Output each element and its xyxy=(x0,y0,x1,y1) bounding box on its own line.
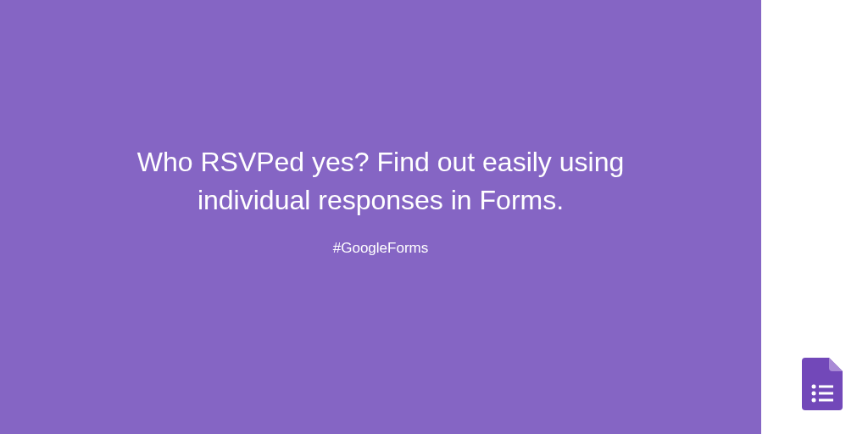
promo-panel: Who RSVPed yes? Find out easily using in… xyxy=(0,0,761,434)
google-forms-icon xyxy=(802,358,843,410)
svg-rect-5 xyxy=(819,399,833,402)
svg-point-2 xyxy=(812,392,816,396)
svg-point-4 xyxy=(812,398,816,403)
side-panel xyxy=(761,0,868,434)
svg-rect-1 xyxy=(819,386,833,388)
hashtag-text: #GoogleForms xyxy=(333,240,428,257)
headline-text: Who RSVPed yes? Find out easily using in… xyxy=(85,143,676,220)
svg-rect-3 xyxy=(819,392,833,395)
svg-point-0 xyxy=(812,385,816,389)
